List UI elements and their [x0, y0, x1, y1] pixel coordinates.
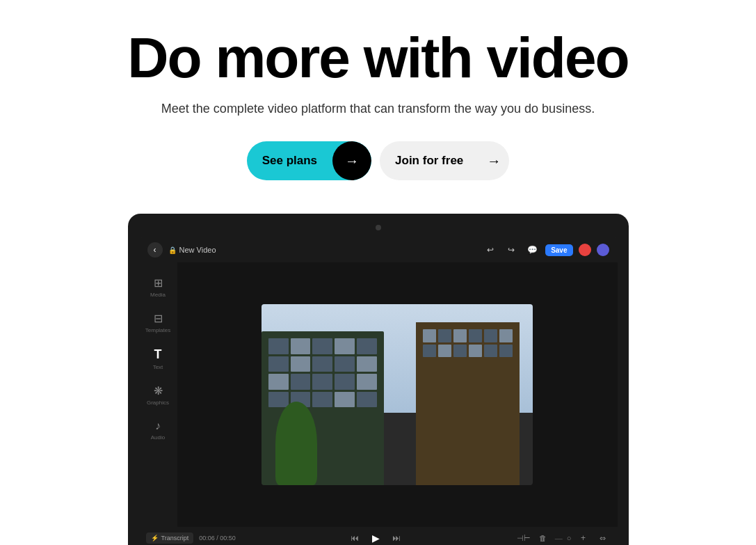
- zoom-out-icon: ○: [567, 534, 572, 542]
- undo-button[interactable]: ↩: [483, 242, 498, 258]
- see-plans-label: See plans: [247, 154, 332, 168]
- app-sidebar: ⊞ Media ⊟ Templates T Text ❋: [139, 262, 177, 527]
- audio-icon: ♪: [155, 420, 161, 432]
- window: [335, 356, 355, 372]
- video-title: New Video: [179, 246, 216, 254]
- app-toolbar: ‹ 🔒 New Video ↩ ↪ 💬 Save: [139, 237, 618, 262]
- templates-label: Templates: [145, 327, 170, 333]
- hero-section: Do more with video Meet the complete vid…: [0, 0, 756, 545]
- window: [312, 392, 332, 408]
- window: [453, 329, 467, 342]
- laptop-screen-inner: ‹ 🔒 New Video ↩ ↪ 💬 Save: [139, 237, 618, 545]
- timeline-toolbar-center: ⏮ ▶ ⏭: [347, 530, 404, 545]
- window: [291, 356, 311, 372]
- window: [268, 356, 289, 372]
- video-tree: [275, 402, 317, 485]
- timeline-toolbar-left: ⚡ Transcript 00:06 / 00:50: [146, 532, 236, 544]
- app-timeline: ⚡ Transcript 00:06 / 00:50 ⏮ ▶: [139, 527, 618, 545]
- video-building-right: [416, 322, 519, 485]
- time-current: 00:06: [199, 535, 215, 542]
- redo-button[interactable]: ↪: [504, 242, 519, 258]
- window: [312, 374, 332, 390]
- join-free-label: Join for free: [380, 154, 478, 168]
- play-button[interactable]: ▶: [368, 530, 383, 545]
- join-free-arrow-icon: →: [487, 153, 501, 169]
- window: [291, 338, 311, 354]
- window: [291, 374, 311, 390]
- transcript-label: Transcript: [161, 535, 189, 542]
- timeline-toolbar-right: ⊣⊢ 🗑 — ○ + ⇔: [516, 530, 611, 545]
- skip-forward-button[interactable]: ⏭: [389, 530, 404, 545]
- graphics-icon: ❋: [154, 384, 163, 397]
- hero-title: Do more with video: [127, 28, 628, 88]
- window: [484, 345, 497, 358]
- window: [453, 345, 467, 358]
- laptop-mockup: ‹ 🔒 New Video ↩ ↪ 💬 Save: [128, 214, 629, 545]
- app-content: ⊞ Media ⊟ Templates T Text ❋: [139, 262, 618, 527]
- window: [268, 374, 289, 390]
- media-label: Media: [150, 292, 166, 298]
- join-free-button[interactable]: Join for free →: [380, 141, 509, 180]
- window: [268, 392, 289, 408]
- timeline-toolbar: ⚡ Transcript 00:06 / 00:50 ⏮ ▶: [139, 527, 618, 545]
- window: [335, 374, 355, 390]
- skip-back-button[interactable]: ⏮: [347, 530, 362, 545]
- avatar-blue: [597, 244, 609, 256]
- transcript-badge[interactable]: ⚡ Transcript: [146, 532, 194, 544]
- lock-icon: 🔒: [168, 246, 177, 254]
- window: [423, 329, 436, 342]
- sidebar-tool-audio[interactable]: ♪ Audio: [139, 414, 177, 446]
- text-icon: T: [154, 347, 162, 362]
- audio-label: Audio: [151, 434, 165, 441]
- video-preview: [262, 304, 533, 485]
- laptop-camera: [376, 225, 381, 230]
- split-button[interactable]: ⊣⊢: [516, 530, 531, 545]
- comment-button[interactable]: 💬: [524, 242, 540, 258]
- window: [499, 329, 513, 342]
- window: [357, 356, 377, 372]
- sidebar-tool-text[interactable]: T Text: [139, 342, 177, 376]
- sidebar-tool-templates[interactable]: ⊟ Templates: [139, 306, 177, 339]
- window: [268, 338, 289, 354]
- join-free-arrow-box: →: [478, 141, 509, 180]
- app-main: [177, 262, 618, 527]
- templates-icon: ⊟: [154, 312, 163, 325]
- graphics-label: Graphics: [147, 400, 169, 406]
- delete-button[interactable]: 🗑: [536, 530, 551, 545]
- transcript-icon: ⚡: [151, 535, 159, 542]
- fit-button[interactable]: ⇔: [595, 530, 611, 545]
- laptop-screen-outer: ‹ 🔒 New Video ↩ ↪ 💬 Save: [128, 214, 629, 545]
- window: [484, 329, 497, 342]
- window: [438, 345, 451, 358]
- back-button[interactable]: ‹: [147, 242, 163, 258]
- window: [469, 329, 482, 342]
- save-button[interactable]: Save: [545, 244, 572, 256]
- window: [312, 338, 332, 354]
- window: [335, 392, 355, 408]
- see-plans-arrow-icon: →: [345, 153, 359, 169]
- window: [469, 345, 482, 358]
- window: [423, 345, 436, 358]
- zoom-in-button[interactable]: +: [576, 530, 591, 545]
- building-windows-right: [423, 329, 512, 478]
- time-total: 00:50: [220, 535, 236, 542]
- toolbar-left: ‹ 🔒 New Video: [147, 242, 216, 258]
- cta-buttons: See plans → Join for free →: [247, 141, 510, 180]
- window: [438, 329, 451, 342]
- window: [357, 338, 377, 354]
- window: [357, 392, 377, 408]
- window: [357, 374, 377, 390]
- toolbar-right: ↩ ↪ 💬 Save: [483, 242, 609, 258]
- window: [335, 338, 355, 354]
- sidebar-tool-graphics[interactable]: ❋ Graphics: [139, 379, 177, 411]
- see-plans-arrow-box: →: [332, 141, 371, 180]
- see-plans-button[interactable]: See plans →: [247, 141, 371, 180]
- media-icon: ⊞: [154, 276, 163, 290]
- timeline-time: 00:06 / 00:50: [199, 535, 236, 542]
- toolbar-title: 🔒 New Video: [168, 246, 216, 254]
- zoom-separator: —: [555, 534, 563, 542]
- window: [312, 356, 332, 372]
- sidebar-tool-media[interactable]: ⊞ Media: [139, 271, 177, 303]
- window: [499, 345, 513, 358]
- avatar-red: [579, 244, 591, 256]
